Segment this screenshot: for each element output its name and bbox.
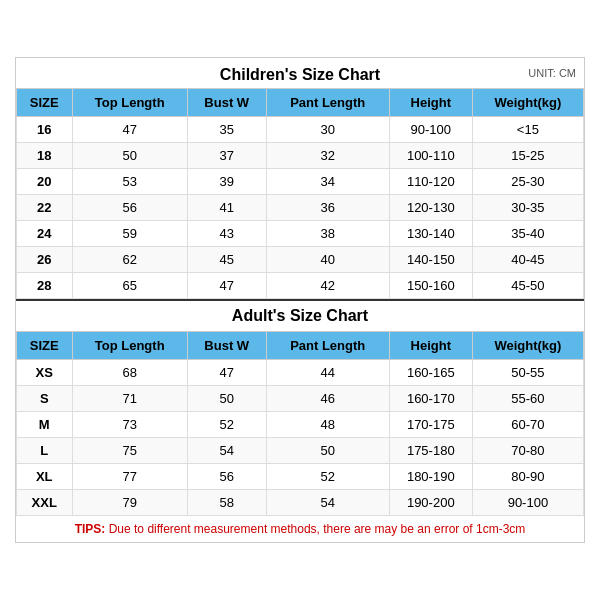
table-cell: 50-55 [472,360,583,386]
table-row: XS684744160-16550-55 [17,360,584,386]
table-row: XXL795854190-20090-100 [17,490,584,516]
table-cell: 180-190 [389,464,472,490]
table-cell: 36 [266,195,389,221]
table-cell: 170-175 [389,412,472,438]
table-cell: 65 [72,273,187,299]
tips-label: TIPS: [75,522,106,536]
table-cell: 25-30 [472,169,583,195]
adult-header-row: SIZE Top Length Bust W Pant Length Heigh… [17,332,584,360]
table-cell: 52 [266,464,389,490]
col-pant-length-adult: Pant Length [266,332,389,360]
table-cell: 120-130 [389,195,472,221]
table-cell: 35-40 [472,221,583,247]
table-row: 24594338130-14035-40 [17,221,584,247]
table-cell: 54 [187,438,266,464]
col-top-length-adult: Top Length [72,332,187,360]
table-row: 26624540140-15040-45 [17,247,584,273]
table-cell: 30-35 [472,195,583,221]
table-cell: 32 [266,143,389,169]
col-bust-w-adult: Bust W [187,332,266,360]
table-cell: 80-90 [472,464,583,490]
table-cell: 18 [17,143,73,169]
tips-row: TIPS: Due to different measurement metho… [16,516,584,542]
table-cell: S [17,386,73,412]
table-cell: 39 [187,169,266,195]
table-row: 18503732100-11015-25 [17,143,584,169]
table-cell: 175-180 [389,438,472,464]
table-cell: 46 [266,386,389,412]
table-cell: 47 [72,117,187,143]
col-size-adult: SIZE [17,332,73,360]
table-cell: 45-50 [472,273,583,299]
size-chart: Children's Size Chart UNIT: CM SIZE Top … [15,57,585,543]
children-title: Children's Size Chart [220,66,380,83]
table-cell: 28 [17,273,73,299]
table-cell: 40-45 [472,247,583,273]
table-cell: 75 [72,438,187,464]
table-row: 22564136120-13030-35 [17,195,584,221]
table-cell: 30 [266,117,389,143]
table-cell: 68 [72,360,187,386]
col-size: SIZE [17,89,73,117]
table-cell: 22 [17,195,73,221]
table-cell: 37 [187,143,266,169]
tips-text: Due to different measurement methods, th… [109,522,526,536]
table-cell: 60-70 [472,412,583,438]
table-cell: 90-100 [389,117,472,143]
table-cell: 38 [266,221,389,247]
table-cell: <15 [472,117,583,143]
table-cell: 130-140 [389,221,472,247]
table-cell: 43 [187,221,266,247]
table-cell: 58 [187,490,266,516]
table-cell: 16 [17,117,73,143]
table-cell: 73 [72,412,187,438]
table-cell: 100-110 [389,143,472,169]
table-cell: 62 [72,247,187,273]
table-row: M735248170-17560-70 [17,412,584,438]
table-cell: 150-160 [389,273,472,299]
table-cell: XS [17,360,73,386]
adult-title-row: Adult's Size Chart [16,299,584,331]
children-title-row: Children's Size Chart UNIT: CM [16,58,584,88]
table-cell: 79 [72,490,187,516]
table-cell: 47 [187,273,266,299]
table-cell: 71 [72,386,187,412]
table-cell: 26 [17,247,73,273]
table-cell: L [17,438,73,464]
table-cell: 160-165 [389,360,472,386]
table-cell: 50 [266,438,389,464]
table-cell: 42 [266,273,389,299]
col-pant-length: Pant Length [266,89,389,117]
table-cell: 70-80 [472,438,583,464]
table-cell: 53 [72,169,187,195]
table-cell: 24 [17,221,73,247]
table-row: 28654742150-16045-50 [17,273,584,299]
table-cell: 90-100 [472,490,583,516]
table-cell: 47 [187,360,266,386]
table-cell: 41 [187,195,266,221]
table-row: L755450175-18070-80 [17,438,584,464]
table-cell: M [17,412,73,438]
table-row: 1647353090-100<15 [17,117,584,143]
table-cell: 110-120 [389,169,472,195]
col-height-adult: Height [389,332,472,360]
table-cell: XL [17,464,73,490]
unit-label: UNIT: CM [528,67,576,79]
table-cell: 55-60 [472,386,583,412]
children-header-row: SIZE Top Length Bust W Pant Length Heigh… [17,89,584,117]
table-cell: 50 [72,143,187,169]
table-row: S715046160-17055-60 [17,386,584,412]
table-cell: 35 [187,117,266,143]
adult-title: Adult's Size Chart [232,307,368,324]
col-height: Height [389,89,472,117]
table-cell: 44 [266,360,389,386]
children-table: SIZE Top Length Bust W Pant Length Heigh… [16,88,584,299]
adult-table: SIZE Top Length Bust W Pant Length Heigh… [16,331,584,516]
table-cell: 56 [187,464,266,490]
table-cell: 45 [187,247,266,273]
table-cell: 77 [72,464,187,490]
col-bust-w: Bust W [187,89,266,117]
table-cell: 48 [266,412,389,438]
table-cell: 15-25 [472,143,583,169]
table-cell: 190-200 [389,490,472,516]
